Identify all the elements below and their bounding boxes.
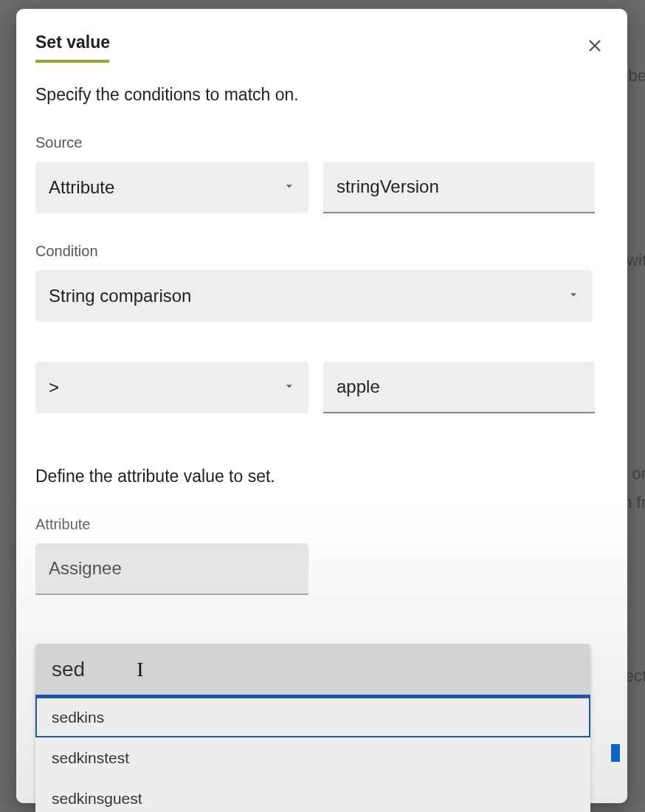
close-icon [586,37,604,55]
close-button[interactable] [582,32,608,59]
set-value-dialog: Set value Specify the conditions to matc… [16,9,627,803]
compare-value-input[interactable]: apple [323,362,595,413]
title-underline [35,60,109,63]
background-text: ect [625,667,645,686]
chevron-down-icon [282,377,297,398]
autocomplete-input[interactable]: sed I [35,644,590,697]
text-cursor-icon: I [137,658,143,681]
source-type-value: Attribute [49,177,114,198]
autocomplete-option[interactable]: sedkinsguest [35,778,590,812]
condition-type-value: String comparison [49,286,191,306]
operator-select[interactable]: > [35,362,308,413]
attribute-value: Assignee [49,558,122,579]
source-type-select[interactable]: Attribute [35,162,308,213]
assignee-autocomplete: sed I sedkins sedkinstest sedkinsguest [35,644,590,812]
source-attribute-value: stringVersion [337,176,439,197]
source-attribute-input[interactable]: stringVersion [323,162,595,213]
condition-type-select[interactable]: String comparison [35,270,593,322]
autocomplete-option-label: sedkins [52,709,104,726]
partial-button-edge [611,744,620,762]
conditions-instruction: Specify the conditions to match on. [35,85,608,105]
background-text: or [632,464,645,484]
autocomplete-list: sedkins sedkinstest sedkinsguest [35,697,590,812]
compare-value-text: apple [337,376,380,397]
dialog-title-wrap: Set value [35,32,110,63]
operator-value: > [49,377,59,398]
source-label: Source [35,134,608,151]
dialog-title: Set value [35,32,110,60]
chevron-down-icon [282,177,297,198]
autocomplete-option-label: sedkinsguest [52,790,142,808]
autocomplete-option[interactable]: sedkinstest [35,737,590,778]
background-text: wit [627,251,645,270]
autocomplete-option-label: sedkinstest [52,749,129,767]
attribute-label: Attribute [35,516,608,533]
condition-label: Condition [35,243,608,260]
attribute-select[interactable]: Assignee [35,543,308,595]
setvalue-instruction: Define the attribute value to set. [35,467,608,486]
dialog-header: Set value [35,32,608,63]
chevron-down-icon [566,286,581,306]
background-text: be [629,66,645,86]
autocomplete-query: sed [52,658,85,681]
autocomplete-option[interactable]: sedkins [35,697,590,737]
